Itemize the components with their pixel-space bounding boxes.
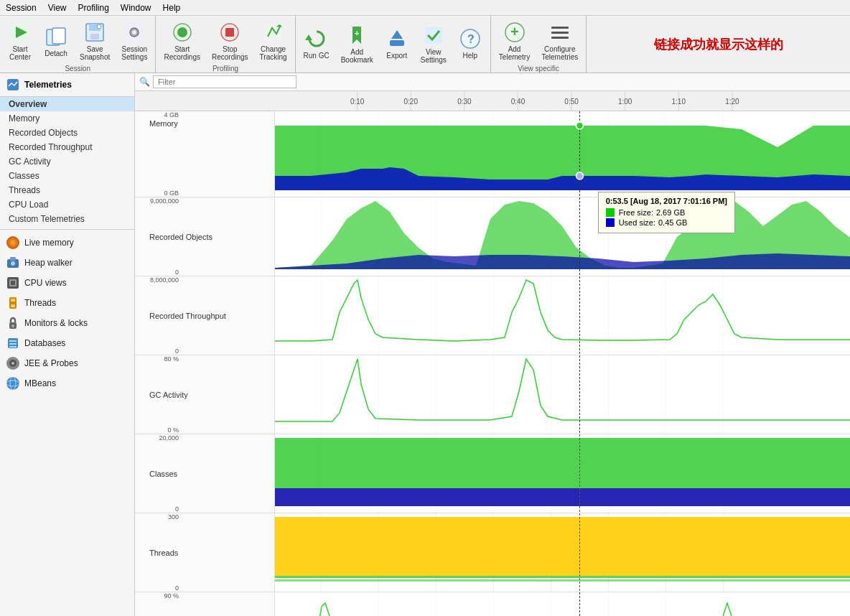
start-recordings-icon bbox=[171, 21, 194, 44]
svg-marker-21 bbox=[391, 30, 403, 39]
recorded-throughput-label: Recorded Throughput bbox=[142, 312, 226, 320]
add-telemetry-button[interactable]: + Add Telemetry bbox=[494, 17, 535, 65]
sidebar-item-custom-telemetries[interactable]: Custom Telemetries bbox=[0, 212, 134, 226]
tooltip-free-color bbox=[606, 208, 615, 217]
sidebar-item-monitors-locks[interactable]: Monitors & locks bbox=[0, 313, 134, 333]
gc-activity-chart-area bbox=[275, 355, 850, 434]
add-bookmark-label: Add Bookmark bbox=[341, 48, 373, 64]
start-center-button[interactable]: Start Center bbox=[3, 17, 37, 65]
sidebar-item-classes[interactable]: Classes bbox=[0, 169, 134, 183]
export-button[interactable]: Export bbox=[380, 24, 414, 63]
sidebar: Telemetries Overview Memory Recorded Obj… bbox=[0, 73, 135, 616]
sidebar-telemetries-header: Telemetries bbox=[0, 73, 134, 97]
sidebar-item-jee-probes[interactable]: JEE & Probes bbox=[0, 353, 134, 373]
svg-rect-131 bbox=[275, 576, 850, 578]
svg-rect-130 bbox=[275, 517, 850, 576]
filter-input[interactable] bbox=[153, 75, 296, 88]
sidebar-item-memory[interactable]: Memory bbox=[0, 111, 134, 126]
sidebar-item-heap-walker[interactable]: Heap walker bbox=[0, 253, 134, 273]
menu-view[interactable]: View bbox=[42, 1, 73, 14]
svg-text:0:20: 0:20 bbox=[404, 98, 419, 106]
memory-label: Memory bbox=[142, 119, 178, 128]
configure-telemetries-label: Configure Telemetries bbox=[541, 45, 578, 61]
gc-activity-chart-row: 80 % GC Activity 0 % bbox=[135, 355, 850, 434]
add-bookmark-button[interactable]: + Add Bookmark bbox=[336, 20, 378, 67]
help-button[interactable]: ? Help bbox=[453, 24, 487, 63]
sidebar-item-databases[interactable]: Databases bbox=[0, 333, 134, 353]
timeline-area: 0:10 0:20 0:30 0:40 0:50 1:00 1:10 bbox=[314, 91, 850, 111]
session-settings-icon bbox=[123, 21, 146, 44]
sidebar-item-recorded-objects[interactable]: Recorded Objects bbox=[0, 126, 134, 140]
toolbar-profiling-group: Start Recordings Stop Recordings Change … bbox=[156, 16, 295, 73]
tooltip-used-label: Used size: bbox=[619, 218, 655, 227]
threads-scale-top: 300 bbox=[142, 513, 182, 521]
start-recordings-button[interactable]: Start Recordings bbox=[159, 17, 205, 65]
menu-help[interactable]: Help bbox=[157, 1, 187, 14]
classes-chart-area bbox=[275, 434, 850, 513]
databases-icon bbox=[6, 336, 20, 350]
sidebar-divider bbox=[0, 229, 134, 230]
timeline-svg: 0:10 0:20 0:30 0:40 0:50 1:00 1:10 bbox=[314, 91, 850, 111]
cpu-views-label: CPU views bbox=[24, 278, 67, 288]
tooltip-free-size: Free size: 2.69 GB bbox=[606, 208, 727, 217]
svg-point-49 bbox=[11, 362, 14, 365]
sidebar-item-recorded-throughput[interactable]: Recorded Throughput bbox=[0, 140, 134, 154]
sidebar-item-cpu-views[interactable]: CPU views bbox=[0, 273, 134, 293]
recorded-objects-label-text: Recorded Objects bbox=[142, 205, 274, 269]
session-settings-button[interactable]: Session Settings bbox=[116, 17, 152, 65]
svg-rect-37 bbox=[11, 281, 15, 285]
toolbar: Start Center Detach Save Snapshot Sessio… bbox=[0, 16, 850, 73]
svg-point-10 bbox=[132, 30, 136, 34]
run-gc-button[interactable]: Run GC bbox=[299, 24, 335, 63]
recorded-objects-chart-svg bbox=[275, 197, 850, 276]
svg-text:1:20: 1:20 bbox=[725, 98, 739, 106]
svg-rect-29 bbox=[551, 37, 569, 39]
detach-button[interactable]: Detach bbox=[39, 22, 73, 61]
recorded-throughput-chart-svg bbox=[275, 276, 850, 355]
sidebar-item-overview[interactable]: Overview bbox=[0, 97, 134, 111]
classes-label-text: Classes bbox=[142, 442, 274, 505]
svg-rect-3 bbox=[52, 28, 65, 44]
recorded-objects-chart-area bbox=[275, 197, 850, 276]
threads-scale-bottom: 0 bbox=[142, 584, 182, 592]
svg-text:1:10: 1:10 bbox=[672, 98, 686, 106]
change-tracking-button[interactable]: Change Tracking bbox=[255, 17, 292, 65]
stop-recordings-button[interactable]: Stop Recordings bbox=[207, 17, 253, 65]
sidebar-item-gc-activity[interactable]: GC Activity bbox=[0, 154, 134, 169]
sidebar-item-cpu-load[interactable]: CPU Load bbox=[0, 197, 134, 212]
classes-label: Classes bbox=[142, 470, 177, 478]
sidebar-item-mbeans[interactable]: MBeans bbox=[0, 373, 134, 393]
sidebar-item-threads-tool[interactable]: Threads bbox=[0, 293, 134, 313]
profiling-group-label: Profiling bbox=[159, 65, 291, 74]
tooltip-used-color bbox=[606, 218, 615, 227]
menu-profiling[interactable]: Profiling bbox=[73, 1, 115, 14]
svg-rect-14 bbox=[225, 28, 234, 37]
svg-text:0:40: 0:40 bbox=[511, 98, 526, 106]
svg-rect-39 bbox=[11, 299, 15, 302]
filter-bar: 🔍 bbox=[135, 73, 850, 91]
svg-rect-45 bbox=[9, 343, 17, 345]
recorded-throughput-scale-top: 8,000,000 bbox=[142, 276, 182, 284]
configure-telemetries-button[interactable]: Configure Telemetries bbox=[536, 17, 583, 65]
cpu-load-chart-row: 90 % CPU Load 0 % bbox=[135, 592, 850, 616]
sidebar-item-live-memory[interactable]: Live memory bbox=[0, 233, 134, 253]
charts-container[interactable]: 0:10 0:20 0:30 0:40 0:50 1:00 1:10 bbox=[135, 91, 850, 616]
svg-rect-46 bbox=[9, 346, 17, 347]
menu-window[interactable]: Window bbox=[115, 1, 157, 14]
recorded-objects-scale-top: 9,000,000 bbox=[142, 197, 182, 205]
tooltip-used-size: Used size: 0.45 GB bbox=[606, 218, 727, 227]
memory-chart-label-text: Memory bbox=[142, 118, 274, 190]
change-tracking-label: Change Tracking bbox=[260, 45, 287, 61]
start-center-icon bbox=[9, 21, 32, 44]
help-label: Help bbox=[463, 52, 478, 60]
svg-text:+: + bbox=[510, 24, 519, 39]
start-recordings-label: Start Recordings bbox=[164, 45, 200, 61]
save-snapshot-button[interactable]: Save Snapshot bbox=[75, 17, 115, 65]
heap-walker-label: Heap walker bbox=[24, 258, 73, 268]
toolbar-session-group: Start Center Detach Save Snapshot Sessio… bbox=[0, 16, 156, 73]
view-settings-button[interactable]: View Settings bbox=[416, 20, 452, 67]
add-bookmark-icon: + bbox=[345, 24, 368, 47]
sidebar-item-threads[interactable]: Threads bbox=[0, 183, 134, 197]
export-label: Export bbox=[386, 52, 407, 60]
menu-session[interactable]: Session bbox=[0, 1, 42, 14]
